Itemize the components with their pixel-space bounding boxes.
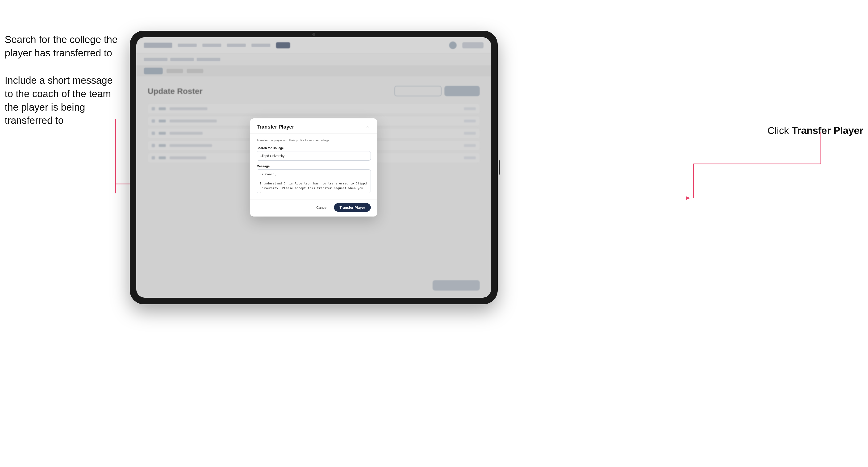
annotation-right-prefix: Click	[768, 125, 792, 136]
annotation-text-2: Include a short message to the coach of …	[5, 74, 118, 127]
message-textarea[interactable]: Hi Coach, I understand Chris Robertson h…	[257, 169, 371, 193]
cancel-button[interactable]: Cancel	[312, 204, 331, 211]
modal-description: Transfer the player and their profile to…	[257, 138, 371, 142]
tablet-screen: Update Roster	[136, 37, 491, 298]
svg-marker-5	[686, 196, 690, 200]
transfer-player-button[interactable]: Transfer Player	[334, 203, 371, 212]
search-college-label: Search for College	[257, 146, 371, 150]
tablet-power-button	[499, 160, 500, 175]
modal-header: Transfer Player ×	[250, 118, 377, 134]
annotation-right-bold: Transfer Player	[792, 125, 863, 136]
annotation-right: Click Transfer Player	[768, 125, 863, 136]
tablet-camera	[312, 33, 315, 36]
modal-footer: Cancel Transfer Player	[250, 199, 377, 217]
tablet-device: Update Roster	[130, 31, 498, 304]
annotation-left: Search for the college the player has tr…	[5, 33, 118, 142]
annotation-text-1: Search for the college the player has tr…	[5, 33, 118, 60]
search-college-input[interactable]	[257, 151, 371, 161]
message-label: Message	[257, 164, 371, 168]
transfer-player-modal: Transfer Player × Transfer the player an…	[250, 118, 377, 217]
modal-title: Transfer Player	[257, 124, 294, 130]
modal-body: Transfer the player and their profile to…	[250, 134, 377, 199]
modal-overlay: Transfer Player × Transfer the player an…	[136, 37, 491, 298]
modal-close-button[interactable]: ×	[364, 124, 371, 130]
